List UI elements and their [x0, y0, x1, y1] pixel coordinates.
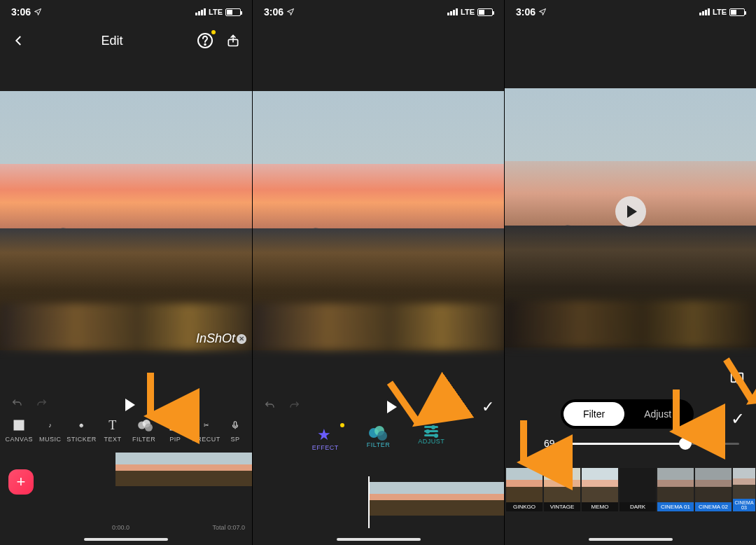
page-title: Edit	[101, 34, 122, 48]
tool-music[interactable]: ♪MUSIC	[36, 418, 66, 443]
filter-tabs: ★ EFFECT FILTER ADJUST	[253, 422, 504, 454]
annotation-arrow	[716, 353, 756, 418]
svg-line-13	[726, 359, 752, 401]
battery-icon	[729, 8, 745, 16]
undo-button[interactable]	[10, 398, 24, 412]
nav-bar: Edit	[0, 24, 252, 57]
help-button[interactable]	[196, 32, 214, 50]
location-icon	[34, 8, 42, 16]
svg-rect-5	[234, 422, 237, 427]
filter-dark[interactable]: DARK	[620, 468, 656, 511]
video-preview[interactable]	[253, 91, 504, 350]
signal-icon	[699, 8, 710, 15]
time-current: 0:00.0	[112, 524, 130, 531]
home-indicator[interactable]	[84, 538, 168, 541]
close-icon[interactable]: ✕	[237, 334, 246, 344]
timeline[interactable]	[253, 482, 504, 527]
tab-effect[interactable]: ★ EFFECT	[312, 426, 339, 451]
filter-memo[interactable]: MEMO	[582, 468, 618, 511]
home-indicator[interactable]	[337, 538, 421, 541]
confirm-button[interactable]: ✓	[731, 409, 745, 429]
annotation-arrow	[664, 389, 688, 444]
annotation-arrow	[139, 373, 162, 427]
tool-text[interactable]: TTEXT	[98, 418, 128, 443]
timeline[interactable]	[0, 453, 252, 491]
tool-canvas[interactable]: CANVAS	[4, 418, 34, 443]
filter-strip[interactable]: GINKGO VINTAGE MEMO DARK CINEMA 01 CINEM…	[505, 468, 756, 520]
battery-icon	[477, 8, 493, 16]
watermark[interactable]: InShOt✕	[196, 331, 246, 346]
clip-thumbnail[interactable]	[115, 453, 252, 486]
status-bar: 3:06 LTE	[505, 0, 756, 24]
status-bar: 3:06 LTE	[0, 0, 252, 24]
clock: 3:06	[516, 6, 536, 18]
screen-filter-tabs: 3:06 LTE ✓ ★ EFFECT FILTER	[252, 0, 504, 545]
home-indicator[interactable]	[589, 538, 673, 541]
network-label: LTE	[461, 8, 475, 16]
back-button[interactable]	[10, 32, 28, 50]
slider-value: 69	[544, 438, 555, 449]
tool-pip[interactable]: PIP	[160, 418, 190, 443]
svg-point-1	[204, 44, 206, 46]
redo-button[interactable]	[35, 398, 49, 412]
intensity-slider: 69	[544, 438, 739, 449]
annotation-arrow	[512, 420, 536, 475]
filter-vintage[interactable]: VINTAGE	[544, 468, 580, 511]
confirm-button[interactable]: ✓	[482, 398, 494, 416]
battery-icon	[225, 8, 241, 16]
share-button[interactable]	[224, 32, 242, 50]
svg-rect-4	[172, 422, 178, 428]
redo-button[interactable]	[288, 400, 302, 414]
filter-cinema02[interactable]: CINEMA 02	[695, 468, 732, 511]
filter-cinema01[interactable]: CINEMA 01	[657, 468, 694, 511]
tab-filter[interactable]: FILTER	[367, 426, 390, 451]
segment-filter[interactable]: Filter	[564, 402, 624, 426]
play-button[interactable]	[125, 399, 135, 411]
signal-icon	[195, 8, 206, 15]
tool-sticker[interactable]: ☻STICKER	[66, 418, 97, 443]
screen-edit-main: 3:06 LTE Edit InShOt✕	[0, 0, 252, 545]
slider-track[interactable]	[565, 443, 739, 445]
clip-thumbnail[interactable]	[368, 482, 504, 516]
tool-row: CANVAS ♪MUSIC ☻STICKER TTEXT FILTER PIP …	[0, 418, 252, 443]
clock: 3:06	[264, 6, 284, 18]
undo-button[interactable]	[262, 400, 276, 414]
playhead[interactable]	[368, 476, 370, 528]
screen-filter-strip: 3:06 LTE Filter Adjust ✓ 69 GINKGO VINTA…	[504, 0, 756, 545]
location-icon	[286, 8, 295, 16]
tool-precut[interactable]: ✂PRECUT	[191, 418, 221, 443]
time-total: Total 0:07.0	[212, 524, 245, 531]
controls: CANVAS ♪MUSIC ☻STICKER TTEXT FILTER PIP …	[0, 392, 252, 545]
network-label: LTE	[209, 8, 223, 16]
filter-cinema03[interactable]: CINEMA 03	[733, 468, 755, 511]
play-overlay-button[interactable]	[615, 196, 646, 227]
video-preview[interactable]: InShOt✕	[0, 91, 252, 350]
signal-icon	[447, 8, 458, 15]
tool-more[interactable]: SP	[223, 418, 248, 443]
network-label: LTE	[713, 8, 727, 16]
clock: 3:06	[11, 6, 31, 18]
location-icon	[538, 8, 547, 16]
status-bar: 3:06 LTE	[253, 0, 504, 24]
